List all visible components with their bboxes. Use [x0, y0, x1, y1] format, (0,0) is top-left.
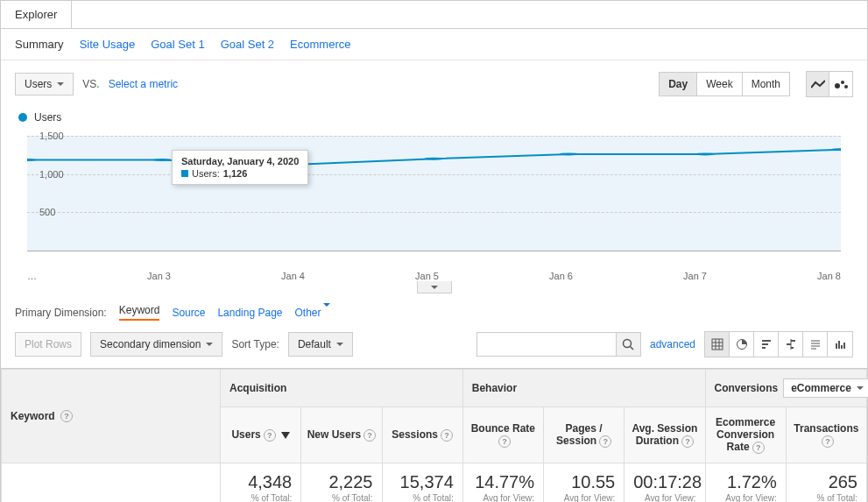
subtabs: Summary Site Usage Goal Set 1 Goal Set 2…	[1, 29, 867, 60]
sort-type-label: Sort Type:	[231, 338, 279, 350]
caret-down-icon	[57, 82, 64, 86]
svg-rect-31	[841, 345, 843, 349]
svg-rect-20	[762, 347, 766, 349]
help-icon[interactable]: ?	[363, 429, 376, 442]
chart-tooltip: Saturday, January 4, 2020 Users: 1,126	[172, 150, 308, 185]
view-bar-icon[interactable]	[754, 332, 779, 357]
subtab-summary[interactable]: Summary	[15, 38, 64, 51]
line-chart-icon[interactable]	[807, 72, 829, 96]
time-month[interactable]: Month	[743, 73, 789, 95]
x-tick: Jan 3	[147, 271, 171, 281]
svg-rect-12	[712, 339, 723, 350]
view-term-cloud-icon[interactable]	[803, 332, 828, 357]
dim-landing-page[interactable]: Landing Page	[217, 307, 282, 319]
primary-metric-dropdown[interactable]: Users	[15, 73, 74, 95]
caret-down-icon	[857, 386, 864, 390]
col-sessions[interactable]: Sessions?	[382, 407, 462, 463]
chart-type-toggle	[806, 71, 853, 97]
dim-other[interactable]: Other	[295, 307, 330, 319]
subtab-goal1[interactable]: Goal Set 1	[151, 38, 204, 51]
help-icon[interactable]: ?	[599, 435, 611, 448]
time-week[interactable]: Week	[697, 73, 742, 95]
tooltip-metric: Users:	[192, 168, 220, 179]
svg-rect-29	[836, 343, 837, 349]
svg-point-7	[560, 152, 579, 155]
svg-rect-18	[762, 340, 771, 342]
view-comparison-icon[interactable]	[779, 332, 803, 357]
svg-rect-32	[843, 343, 845, 349]
svg-point-9	[831, 148, 841, 151]
motion-chart-icon[interactable]	[829, 72, 852, 96]
x-tick: Jan 7	[683, 271, 707, 281]
group-conversions: Conversions eCommerce	[705, 370, 867, 407]
plot-rows-button: Plot Rows	[15, 332, 81, 357]
time-grain-toggle: Day Week Month	[659, 72, 790, 96]
svg-point-6	[424, 158, 443, 160]
col-transactions[interactable]: Transactions?	[786, 407, 866, 463]
svg-point-4	[152, 159, 172, 161]
svg-point-8	[695, 152, 715, 155]
sort-type-dropdown[interactable]: Default	[288, 332, 353, 357]
col-users[interactable]: Users?	[221, 407, 301, 463]
x-tick: Jan 4	[281, 271, 305, 281]
help-icon[interactable]: ?	[441, 429, 453, 442]
legend-dot-icon	[18, 113, 27, 122]
time-day[interactable]: Day	[660, 73, 697, 95]
caret-down-icon	[336, 343, 343, 346]
x-tick: Jan 6	[549, 271, 573, 281]
view-table-icon[interactable]	[705, 332, 730, 357]
help-icon[interactable]: ?	[681, 435, 694, 448]
help-icon[interactable]: ?	[60, 410, 73, 422]
svg-point-3	[27, 159, 37, 161]
help-icon[interactable]: ?	[752, 442, 765, 454]
dim-keyword[interactable]: Keyword	[119, 304, 160, 321]
caret-down-icon	[431, 286, 438, 289]
subtab-goal2[interactable]: Goal Set 2	[221, 38, 274, 51]
help-icon[interactable]: ?	[822, 435, 834, 448]
table-search-input[interactable]	[476, 332, 617, 357]
col-ecom-rate[interactable]: Ecommerce Conversion Rate?	[705, 407, 786, 463]
col-avg-duration[interactable]: Avg. Session Duration?	[625, 407, 705, 463]
summary-row: 4,348% of Total:31.13% (13,966) 2,225% o…	[2, 463, 867, 502]
search-button[interactable]	[617, 332, 641, 357]
primary-dimension-label: Primary Dimension:	[15, 307, 107, 319]
x-tick: Jan 5	[415, 271, 439, 281]
svg-rect-23	[787, 343, 791, 345]
svg-rect-19	[762, 343, 768, 345]
caret-down-icon	[206, 343, 213, 346]
x-tick: …	[27, 271, 37, 281]
svg-rect-24	[791, 347, 794, 349]
svg-point-2	[844, 85, 848, 88]
svg-rect-22	[791, 340, 795, 342]
x-tick: Jan 8	[817, 271, 841, 281]
dim-source[interactable]: Source	[172, 307, 205, 319]
view-pie-icon[interactable]	[730, 332, 754, 357]
subtab-site-usage[interactable]: Site Usage	[80, 38, 136, 51]
view-pivot-icon[interactable]	[828, 332, 852, 357]
legend-label: Users	[34, 111, 61, 124]
advanced-link[interactable]: advanced	[650, 338, 695, 350]
conversions-dropdown[interactable]: eCommerce	[783, 378, 868, 398]
group-acquisition: Acquisition	[221, 370, 463, 407]
caret-down-icon	[323, 303, 330, 319]
col-bounce-rate[interactable]: Bounce Rate?	[462, 407, 543, 463]
svg-line-11	[631, 347, 634, 350]
col-new-users[interactable]: New Users?	[301, 407, 382, 463]
help-icon[interactable]: ?	[264, 429, 276, 442]
line-chart[interactable]: 1,500 1,000 500 Saturday, Janua	[18, 129, 850, 269]
svg-point-1	[841, 81, 844, 84]
help-icon[interactable]: ?	[498, 435, 511, 448]
tooltip-value: 1,126	[223, 168, 248, 179]
secondary-dimension-dropdown[interactable]: Secondary dimension	[90, 332, 222, 357]
svg-point-0	[835, 83, 840, 88]
data-table: Keyword ? Acquisition Behavior Conversio…	[1, 369, 867, 502]
tab-explorer[interactable]: Explorer	[1, 1, 72, 28]
col-pages-session[interactable]: Pages / Session?	[544, 407, 625, 463]
sort-desc-icon	[281, 432, 290, 439]
col-keyword-header[interactable]: Keyword ?	[2, 370, 221, 463]
select-metric-link[interactable]: Select a metric	[109, 78, 178, 90]
chart-expand-handle[interactable]	[417, 281, 452, 293]
subtab-ecommerce[interactable]: Ecommerce	[290, 38, 350, 51]
tooltip-date: Saturday, January 4, 2020	[181, 156, 299, 166]
svg-rect-30	[838, 341, 840, 349]
